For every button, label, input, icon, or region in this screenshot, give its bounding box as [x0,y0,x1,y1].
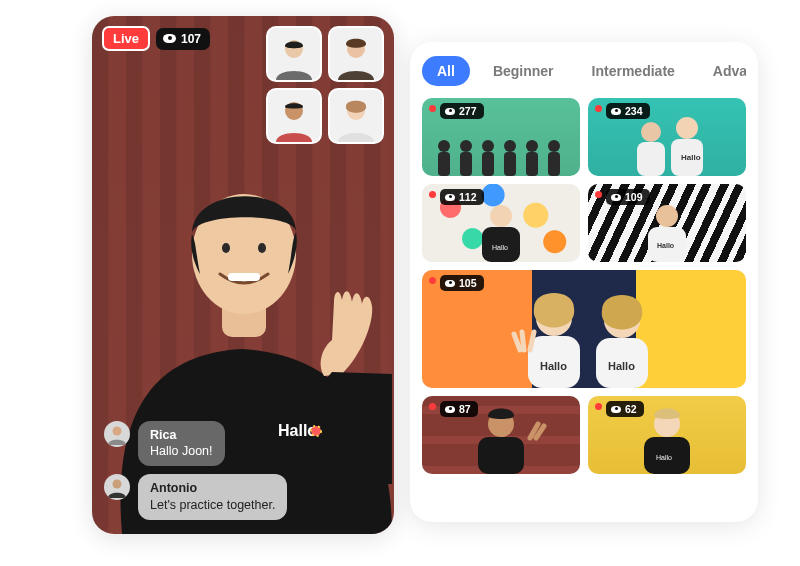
svg-point-11 [113,426,122,435]
stream-grid: 277 234 [422,98,746,474]
tab-advanced[interactable]: Advanced [698,56,746,86]
chat-author: Rica [150,428,213,442]
svg-rect-24 [548,152,560,176]
svg-rect-26 [637,142,665,176]
svg-rect-18 [482,152,494,176]
chat-bubble: Rica Hallo Joon! [138,421,225,467]
tab-beginner[interactable]: Beginner [478,56,569,86]
svg-point-19 [504,140,516,152]
recording-dot-icon [595,403,602,410]
viewer-count-badge: 234 [606,103,650,119]
svg-point-12 [113,480,122,489]
viewer-count-badge: 109 [606,189,650,205]
svg-point-13 [438,140,450,152]
chat-text: Let's practice together. [150,498,275,512]
stream-thumbnail[interactable]: 62 Hallo [588,396,746,474]
svg-point-15 [460,140,472,152]
svg-rect-43 [478,437,524,474]
avatar [104,474,130,500]
avatar [104,421,130,447]
eye-icon [445,108,455,115]
eye-icon [445,406,455,413]
chat-text: Hallo Joon! [150,444,213,458]
stream-thumbnail[interactable]: 112 Hallo [422,184,580,262]
participant-thumbnail[interactable] [328,26,384,82]
svg-rect-14 [438,152,450,176]
viewer-count-badge: 62 [606,401,644,417]
svg-rect-16 [460,152,472,176]
svg-text:Hallo: Hallo [681,153,701,162]
svg-point-25 [641,122,661,142]
viewer-count-value: 107 [181,32,201,46]
viewer-count-value: 62 [625,403,637,415]
svg-point-27 [676,117,698,139]
stream-thumbnail[interactable]: 234 Hallo [588,98,746,176]
recording-dot-icon [429,105,436,112]
participant-thumbnail[interactable] [266,88,322,144]
chat-message: Rica Hallo Joon! [104,421,372,467]
participant-thumbnail[interactable] [328,88,384,144]
recording-dot-icon [429,403,436,410]
participant-grid [266,26,384,144]
svg-point-17 [482,140,494,152]
svg-text:Hallo: Hallo [540,360,567,372]
svg-text:Hallo: Hallo [657,242,674,249]
eye-icon [445,280,455,287]
svg-text:Hallo: Hallo [608,360,635,372]
svg-point-33 [656,205,678,227]
svg-text:Hallo: Hallo [492,244,508,251]
viewer-count-badge: 107 [156,28,210,50]
svg-rect-20 [504,152,516,176]
viewer-count-value: 234 [625,105,643,117]
live-badge: Live [102,26,150,51]
gallery-card: All Beginner Intermediate Advanced 277 [410,42,758,522]
stream-thumbnail[interactable]: 105 Hallo [422,270,746,388]
viewer-count-badge: 112 [440,189,484,205]
chat-message: Antonio Let's practice together. [104,474,372,520]
recording-dot-icon [595,191,602,198]
chat-area: Rica Hallo Joon! Antonio Let's practice … [104,421,372,521]
viewer-count-value: 105 [459,277,477,289]
svg-point-23 [548,140,560,152]
viewer-count-value: 109 [625,191,643,203]
level-tabs: All Beginner Intermediate Advanced [422,56,746,86]
svg-point-30 [490,205,512,227]
svg-point-8 [258,243,266,253]
eye-icon [611,194,621,201]
tab-intermediate[interactable]: Intermediate [577,56,690,86]
viewer-count-value: 277 [459,105,477,117]
svg-rect-6 [228,273,260,281]
recording-dot-icon [595,105,602,112]
svg-rect-22 [526,152,538,176]
viewer-count-value: 112 [459,191,477,203]
recording-dot-icon [429,191,436,198]
viewer-count-badge: 277 [440,103,484,119]
eye-icon [611,406,621,413]
chat-bubble: Antonio Let's practice together. [138,474,287,520]
eye-icon [163,34,176,43]
svg-text:Hallo: Hallo [656,454,672,461]
tab-all[interactable]: All [422,56,470,86]
stream-thumbnail[interactable]: 277 [422,98,580,176]
viewer-count-value: 87 [459,403,471,415]
svg-point-21 [526,140,538,152]
viewer-count-badge: 87 [440,401,478,417]
viewer-count-badge: 105 [440,275,484,291]
recording-dot-icon [429,277,436,284]
stream-thumbnail[interactable]: 109 Hallo [588,184,746,262]
chat-author: Antonio [150,481,275,495]
svg-point-7 [222,243,230,253]
participant-thumbnail[interactable] [266,26,322,82]
eye-icon [445,194,455,201]
eye-icon [611,108,621,115]
live-session-card[interactable]: Live 107 [92,16,394,534]
stream-thumbnail[interactable]: 87 [422,396,580,474]
